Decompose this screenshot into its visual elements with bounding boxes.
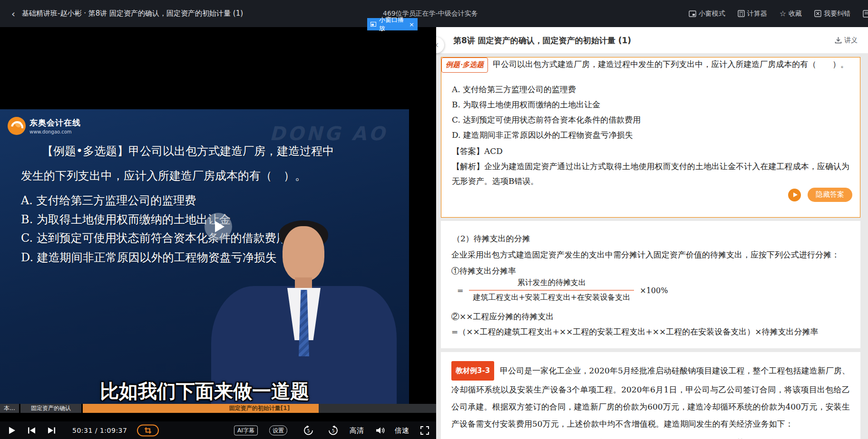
calculator-label: 计算器 [747, 10, 767, 18]
pip-tooltip-label: 小窗口播放 [379, 16, 406, 33]
watermark-text: DONG AO [270, 123, 387, 144]
handout-panel: × 第8讲 固定资产的确认，固定资产的初始计量 (1) 讲义 例题·多选题甲公司… [436, 27, 868, 439]
play-icon [9, 426, 16, 434]
question-stem: 甲公司以出包方式建造厂房，建造过程中发生的下列支出中，应计入所建造厂房成本的有（… [493, 59, 848, 69]
dongao-logo-icon [8, 117, 26, 135]
question-answer: 【答案】ACD [452, 146, 503, 157]
slide-option-a: A. 支付给第三方监理公司的监理费 [21, 193, 196, 208]
instructor-face [283, 226, 324, 281]
download-icon [835, 37, 842, 44]
textbook-example-text: 甲公司是一家化工企业，2020年5月经批准启动硅酸钠项目建设工程，整个工程包括建… [451, 366, 850, 429]
section-heading: （2）待摊支出的分摊 [452, 233, 530, 244]
formula-item-1-label: ①待摊支出分摊率 [451, 266, 516, 277]
chapter-progress-bar: 本... 固定资产的确认 固定资产的初始计量[1] [0, 404, 436, 413]
forward-5s-button[interactable]: 5 [328, 425, 338, 435]
question-option-a: A. 支付给第三方监理公司的监理费 [452, 84, 576, 95]
star-icon: ☆ [780, 9, 786, 18]
formula-item-2-expression: =（××工程的建筑工程支出+××工程的安装工程支出+××工程的在安装设备支出）×… [451, 326, 818, 337]
top-bar-actions: 小窗模式 计算器 ☆ 收藏 我要纠错 [689, 0, 867, 27]
panel-title: 第8讲 固定资产的确认，固定资产的初始计量 (1) [453, 35, 631, 46]
dongao-logo: 东奥会计在线 www.dongao.com [8, 117, 81, 135]
slide-question-line-1: 【例题•多选题】甲公司以出包方式建造厂房，建造过程中 [42, 143, 334, 159]
forward-5s-icon: 5 [328, 425, 338, 435]
section-intro: 企业采用出包方式建造固定资产发生的支出中需分摊计入固定资产价值的待摊支出，应按下… [451, 249, 839, 260]
lecture-slide: 东奥会计在线 www.dongao.com DONG AO 【例题•多选题】甲公… [0, 109, 409, 404]
question-stem-line: 例题·多选题甲公司以出包方式建造厂房，建造过程中发生的下列支出中，应计入所建造厂… [441, 57, 860, 73]
favorite-label: 收藏 [789, 10, 802, 18]
fraction-multiplier: ×100% [640, 286, 668, 295]
textbook-example-badge: 教材例3-3 [451, 361, 494, 381]
play-button[interactable] [9, 426, 16, 434]
speed-button[interactable]: 倍速 [395, 426, 409, 435]
screenshot-clip-button[interactable] [137, 424, 159, 436]
slide-question-line-2: 发生的下列支出中，应计入所建造厂房成本的有（ ）。 [21, 168, 306, 183]
previous-icon [28, 427, 36, 434]
chapter-segment-3-current[interactable]: 固定资产的初始计量[1] [83, 404, 436, 413]
play-explanation-button[interactable] [788, 189, 801, 201]
formula-item-2-label: ②××工程应分摊的待摊支出 [451, 311, 554, 322]
favorite-button[interactable]: ☆ 收藏 [780, 9, 802, 18]
video-player[interactable]: 东奥会计在线 www.dongao.com DONG AO 【例题•多选题】甲公… [0, 27, 436, 439]
answer-actions: 隐藏答案 [788, 188, 852, 202]
player-control-bar: 50:31 / 1:09:37 AI字幕 设置 5 5 高清 倍速 [0, 421, 436, 439]
volume-button[interactable] [376, 426, 385, 434]
back-button[interactable]: ‹ [11, 9, 15, 19]
fullscreen-icon [420, 426, 429, 435]
logo-url-text: www.dongao.com [29, 129, 81, 134]
question-option-d: D. 建造期间非正常原因以外的工程物资盘亏净损失 [452, 130, 633, 141]
pip-mode-icon [689, 10, 696, 17]
textbook-example-item-1: （1）2020年6月10日，甲公司按合同约定向乙公司预付10%备料款100万元，… [451, 434, 850, 439]
textbook-example-paragraph: 教材例3-3甲公司是一家化工企业，2020年5月经批准启动硅酸钠项目建设工程，整… [451, 362, 850, 432]
hide-answer-button[interactable]: 隐藏答案 [808, 188, 852, 202]
fraction: 累计发生的待摊支出 建筑工程支出+安装工程支出+在安装设备支出 [469, 278, 634, 303]
fraction-numerator: 累计发生的待摊支出 [513, 278, 591, 290]
clipped-edge-icon[interactable] [863, 10, 868, 18]
equals-sign: = [457, 286, 463, 295]
calculator-icon [738, 10, 745, 17]
time-display: 50:31 / 1:09:37 [72, 427, 127, 434]
report-error-label: 我要纠错 [824, 10, 850, 18]
report-error-button[interactable]: 我要纠错 [814, 10, 850, 18]
logo-brand-text: 东奥会计在线 [29, 117, 81, 128]
course-title: 基础精讲班-赵小彬 · 第8讲 固定资产的确认，固定资产的初始计量 (1) [22, 9, 243, 18]
question-type-badge: 例题·多选题 [441, 57, 488, 73]
question-analysis: 【解析】企业为建造固定资产通过出让方式取得土地使用权而支付的土地出让金不计入在建… [452, 159, 849, 189]
play-overlay-button[interactable] [205, 213, 232, 240]
svg-text:5: 5 [307, 429, 310, 433]
question-option-c: C. 达到预定可使用状态前符合资本化条件的借款费用 [452, 115, 641, 125]
rewind-5s-button[interactable]: 5 [303, 425, 313, 435]
textbook-example-card: 教材例3-3甲公司是一家化工企业，2020年5月经批准启动硅酸钠项目建设工程，整… [441, 352, 860, 439]
fullscreen-button[interactable] [420, 426, 429, 435]
question-option-b: B. 为取得土地使用权而缴纳的土地出让金 [452, 99, 600, 110]
crop-icon [144, 427, 152, 434]
quality-button[interactable]: 高清 [350, 426, 364, 435]
pip-playback-tooltip[interactable]: 小窗口播放 × [367, 18, 418, 30]
pip-window-icon [371, 22, 376, 27]
next-lecture-button[interactable] [48, 427, 56, 434]
svg-text:5: 5 [332, 429, 335, 433]
settings-button[interactable]: 设置 [269, 425, 287, 435]
instructor-video-feed [203, 217, 409, 404]
previous-lecture-button[interactable] [28, 427, 36, 434]
video-subtitle: 比如我们下面来做一道题 [0, 378, 409, 404]
allocation-section-card: （2）待摊支出的分摊 企业采用出包方式建造固定资产发生的支出中需分摊计入固定资产… [441, 221, 860, 348]
download-handout-button[interactable]: 讲义 [835, 36, 858, 45]
mini-window-mode-label: 小窗模式 [699, 10, 725, 18]
chapter-segment-2[interactable]: 固定资产的确认 [20, 404, 81, 413]
pip-tooltip-close-icon[interactable]: × [409, 21, 414, 28]
allocation-rate-formula: = 累计发生的待摊支出 建筑工程支出+安装工程支出+在安装设备支出 ×100% [457, 278, 668, 303]
rewind-5s-icon: 5 [303, 425, 313, 435]
chapter-segment-1[interactable]: 本... [0, 404, 19, 413]
app-window: ‹ 基础精讲班-赵小彬 · 第8讲 固定资产的确认，固定资产的初始计量 (1) … [0, 0, 868, 439]
error-report-icon [814, 10, 821, 17]
top-bar: ‹ 基础精讲班-赵小彬 · 第8讲 固定资产的确认，固定资产的初始计量 (1) … [0, 0, 868, 27]
mini-window-mode-button[interactable]: 小窗模式 [689, 10, 725, 18]
slide-option-b: B. 为取得土地使用权而缴纳的土地出让金 [21, 212, 231, 227]
ai-subtitle-toggle[interactable]: AI字幕 [234, 425, 258, 435]
next-icon [48, 427, 56, 434]
panel-header: 第8讲 固定资产的确认，固定资产的初始计量 (1) 讲义 [436, 27, 868, 53]
speaker-icon [376, 426, 385, 434]
download-handout-label: 讲义 [844, 36, 858, 45]
example-question-card: 例题·多选题甲公司以出包方式建造厂房，建造过程中发生的下列支出中，应计入所建造厂… [441, 57, 860, 218]
calculator-button[interactable]: 计算器 [738, 10, 767, 18]
